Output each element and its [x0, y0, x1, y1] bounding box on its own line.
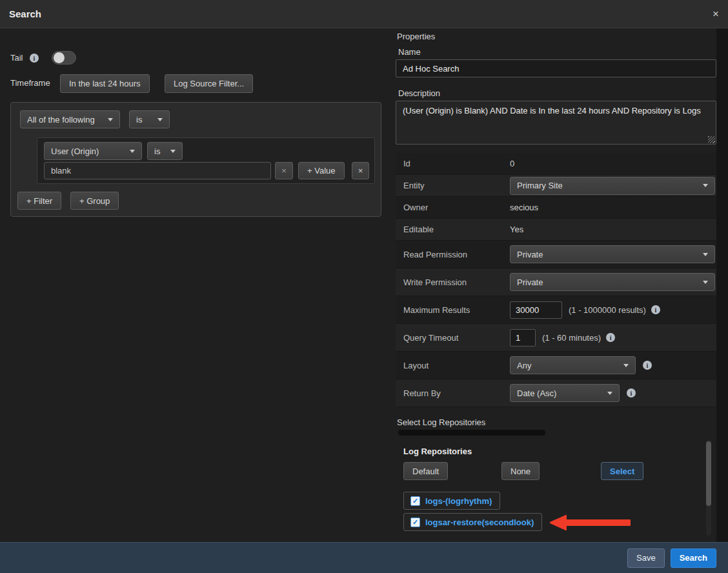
add-group-button[interactable]: + Group — [70, 192, 119, 210]
filter-group: All of the following is User (Origin) is… — [10, 102, 381, 217]
repository-label: logsar-restore(secondlook) — [425, 518, 534, 527]
table-row-query-timeout: Query Timeout (1 - 60 minutes) — [396, 324, 716, 352]
footer-bar: Save Search — [0, 542, 728, 573]
select-log-repositories-label: Select Log Repositories — [397, 417, 485, 427]
horizontal-scrollbar[interactable] — [398, 430, 545, 436]
vertical-scrollbar[interactable] — [706, 440, 711, 536]
group-operator-value: All of the following — [27, 115, 95, 125]
description-label: Description — [398, 88, 440, 98]
default-button[interactable]: Default — [403, 462, 448, 480]
name-input[interactable] — [396, 59, 716, 77]
query-timeout-input[interactable] — [510, 329, 536, 347]
table-row-read-permission: Read Permission Private — [396, 241, 716, 268]
row-label: Editable — [403, 225, 510, 234]
tail-toggle[interactable] — [52, 51, 76, 65]
checkbox-checked-icon[interactable] — [410, 518, 420, 527]
properties-table: Id 0 Entity Primary Site Owner secious E… — [396, 153, 716, 407]
info-icon[interactable] — [643, 361, 652, 370]
row-label: Entity — [403, 181, 510, 190]
save-button[interactable]: Save — [627, 548, 665, 568]
add-filter-button[interactable]: + Filter — [17, 192, 61, 210]
read-permission-dropdown[interactable]: Private — [510, 245, 715, 263]
timeframe-label: Timeframe — [10, 78, 50, 88]
layout-dropdown[interactable]: Any — [510, 356, 636, 374]
description-textarea[interactable]: (User (Origin) is Blank) AND Date is In … — [396, 101, 716, 145]
row-label: Write Permission — [403, 277, 510, 287]
timeframe-button[interactable]: In the last 24 hours — [60, 74, 150, 93]
table-row-entity: Entity Primary Site — [396, 175, 716, 197]
tail-info-icon[interactable] — [30, 54, 39, 63]
toggle-knob — [54, 52, 65, 63]
remove-filter-button[interactable]: × — [352, 162, 369, 179]
repository-item-logs-logrhythm[interactable]: logs-(logrhythm) — [403, 492, 500, 510]
chevron-down-icon — [703, 281, 708, 284]
properties-header: Properties — [397, 32, 435, 41]
repository-item-logsar-restore-secondlook[interactable]: logsar-restore(secondlook) — [403, 513, 542, 531]
field-value: User (Origin) — [51, 146, 99, 156]
red-arrow-annotation — [550, 514, 632, 531]
row-label: Return By — [403, 388, 510, 398]
field-condition-value: is — [154, 146, 160, 156]
chevron-down-icon — [607, 392, 612, 395]
read-permission-value: Private — [517, 250, 543, 259]
row-label: Query Timeout — [403, 333, 510, 343]
return-by-dropdown[interactable]: Date (Asc) — [510, 384, 620, 402]
select-button[interactable]: Select — [601, 462, 643, 480]
chevron-down-icon — [130, 150, 135, 153]
write-permission-value: Private — [517, 277, 543, 287]
info-icon[interactable] — [627, 388, 636, 397]
checkbox-checked-icon[interactable] — [410, 496, 420, 506]
table-row-id: Id 0 — [396, 153, 716, 175]
repository-label: logs-(logrhythm) — [425, 496, 492, 506]
table-row-editable: Editable Yes — [396, 219, 716, 241]
field-condition-dropdown[interactable]: is — [147, 142, 183, 160]
row-label: Read Permission — [403, 250, 510, 259]
layout-value: Any — [517, 361, 531, 370]
remove-value-button[interactable]: × — [275, 162, 293, 179]
tail-label: Tail — [10, 53, 23, 63]
row-value: secious — [510, 203, 538, 212]
entity-value: Primary Site — [517, 181, 563, 190]
resize-grip-icon[interactable] — [708, 136, 715, 143]
filter-value-input[interactable] — [44, 162, 271, 179]
chevron-down-icon — [108, 118, 113, 121]
maximum-results-input[interactable] — [510, 301, 562, 319]
info-icon[interactable] — [651, 305, 660, 314]
entity-dropdown[interactable]: Primary Site — [510, 177, 715, 195]
table-row-maximum-results: Maximum Results (1 - 1000000 results) — [396, 296, 716, 324]
query-timeout-hint: (1 - 60 minutes) — [542, 333, 601, 343]
right-gutter — [716, 28, 728, 542]
group-condition-value: is — [136, 115, 142, 125]
filter-item: User (Origin) is × + Value × — [37, 137, 375, 184]
row-value: 0 — [510, 159, 514, 168]
field-dropdown[interactable]: User (Origin) — [44, 142, 142, 160]
scrollbar-thumb[interactable] — [706, 441, 711, 506]
info-icon[interactable] — [606, 333, 615, 342]
row-label: Maximum Results — [403, 305, 510, 315]
chevron-down-icon — [703, 184, 708, 187]
table-row-write-permission: Write Permission Private — [396, 268, 716, 296]
chevron-down-icon — [703, 253, 708, 256]
name-label: Name — [398, 47, 421, 57]
table-row-owner: Owner secious — [396, 197, 716, 219]
close-icon[interactable]: × — [713, 8, 719, 19]
group-operator-dropdown[interactable]: All of the following — [20, 110, 120, 128]
dialog-title: Search — [9, 8, 41, 19]
maximum-results-hint: (1 - 1000000 results) — [569, 305, 646, 315]
search-button[interactable]: Search — [671, 548, 716, 568]
add-value-button[interactable]: + Value — [298, 162, 345, 179]
log-source-filter-button[interactable]: Log Source Filter... — [165, 74, 253, 93]
return-by-value: Date (Asc) — [517, 388, 556, 398]
group-condition-dropdown[interactable]: is — [129, 110, 170, 128]
table-row-layout: Layout Any — [396, 352, 716, 379]
chevron-down-icon — [157, 118, 163, 121]
titlebar: Search × — [0, 0, 728, 28]
search-dialog: Search × Tail Timeframe In the last 24 h… — [0, 0, 728, 573]
row-value: Yes — [510, 225, 523, 234]
write-permission-dropdown[interactable]: Private — [510, 273, 715, 291]
row-label: Id — [403, 159, 510, 168]
row-label: Layout — [403, 361, 510, 370]
table-row-return-by: Return By Date (Asc) — [396, 379, 716, 407]
none-button[interactable]: None — [501, 462, 540, 480]
chevron-down-icon — [623, 364, 629, 367]
